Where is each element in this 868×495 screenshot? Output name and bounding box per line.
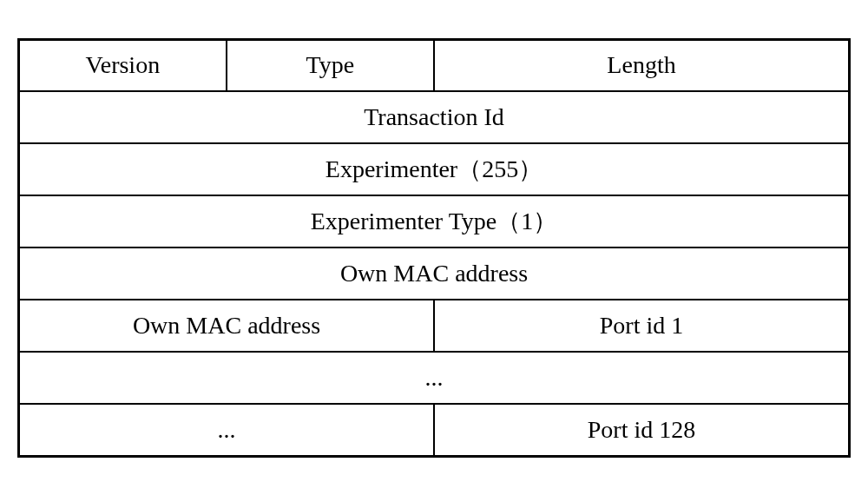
- field-ellipsis-full: ...: [19, 352, 850, 404]
- ellipsis-full-row: ...: [19, 352, 850, 404]
- field-port-id-128: Port id 128: [434, 404, 850, 456]
- transaction-id-row: Transaction Id: [19, 91, 850, 143]
- field-experimenter-type: Experimenter Type（1）: [19, 195, 850, 248]
- field-transaction-id: Transaction Id: [19, 91, 850, 143]
- experimenter-row: Experimenter（255）: [19, 143, 850, 195]
- field-ellipsis-half: ...: [19, 404, 435, 456]
- own-mac-full-row: Own MAC address: [19, 248, 850, 300]
- field-port-id-1: Port id 1: [434, 300, 850, 352]
- header-row: Version Type Length: [19, 39, 850, 91]
- field-length: Length: [434, 39, 850, 91]
- experimenter-type-row: Experimenter Type（1）: [19, 195, 850, 248]
- field-own-mac-half: Own MAC address: [19, 300, 435, 352]
- ellipsis-port-row: ... Port id 128: [19, 404, 850, 456]
- own-mac-port-row: Own MAC address Port id 1: [19, 300, 850, 352]
- field-version: Version: [19, 39, 227, 91]
- packet-structure-table: Version Type Length Transaction Id Exper…: [17, 38, 851, 458]
- field-experimenter: Experimenter（255）: [19, 143, 850, 195]
- field-own-mac-full: Own MAC address: [19, 248, 850, 300]
- field-type: Type: [227, 39, 434, 91]
